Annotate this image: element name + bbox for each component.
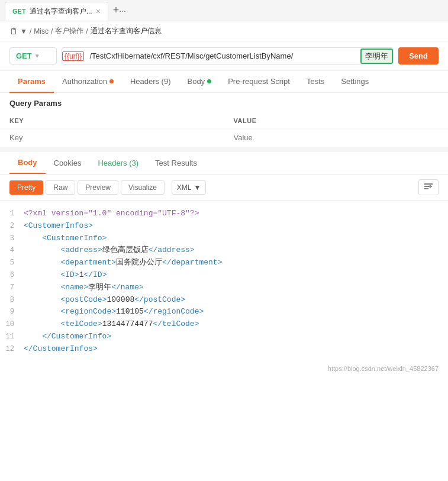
format-type-chevron-icon: ▼ <box>194 183 201 192</box>
format-type-select[interactable]: XML ▼ <box>172 180 207 195</box>
send-button[interactable]: Send <box>398 47 439 64</box>
col-key-header: KEY <box>0 114 224 128</box>
code-line: 10 <telCode>13144774477</telCode> <box>0 318 448 331</box>
line-number: 6 <box>5 270 24 281</box>
active-tab[interactable]: GET 通过名字查询客户... × <box>5 2 108 21</box>
line-content: <CustomerInfos> <box>24 220 443 233</box>
line-number: 5 <box>5 257 24 269</box>
breadcrumb-sep-2: / <box>51 27 53 35</box>
tab-settings[interactable]: Settings <box>333 71 377 92</box>
response-section: Body Cookies Headers (3) Test Results Pr… <box>0 147 448 363</box>
watermark: https://blog.csdn.net/weixin_45822367 <box>0 363 448 377</box>
code-line: 6 <ID>1</ID> <box>0 269 448 282</box>
param-key-input[interactable] <box>9 133 215 142</box>
authorization-dot <box>109 79 114 83</box>
resp-tab-body[interactable]: Body <box>9 152 46 174</box>
url-path: /TestCxfHibernate/cxf/REST/Misc/getCusto… <box>85 48 360 64</box>
format-raw-button[interactable]: Raw <box>46 180 75 195</box>
breadcrumb-arrow: ▼ <box>20 27 27 35</box>
code-line: 5 <department>国务院办公厅</department> <box>0 257 448 269</box>
wrap-icon <box>424 182 433 191</box>
line-content: <CustomerInfo> <box>24 233 443 245</box>
tab-pre-request[interactable]: Pre-request Script <box>220 71 298 92</box>
tab-params[interactable]: Params <box>9 71 54 93</box>
tab-headers[interactable]: Headers (9) <box>122 71 179 92</box>
line-content: <telCode>13144774477</telCode> <box>24 318 443 331</box>
file-icon: 🗒 <box>9 27 18 36</box>
line-content: </CustomerInfo> <box>24 331 443 343</box>
line-number: 1 <box>5 208 24 219</box>
url-highlight-segment: 李明年 <box>360 49 393 64</box>
param-row-empty <box>0 128 448 147</box>
tab-authorization[interactable]: Authorization <box>54 71 122 92</box>
params-table: KEY VALUE <box>0 114 448 147</box>
format-visualize-button[interactable]: Visualize <box>121 180 165 195</box>
code-line: 11 </CustomerInfo> <box>0 331 448 343</box>
wrap-button[interactable] <box>418 179 439 195</box>
line-number: 12 <box>5 344 24 355</box>
line-number: 11 <box>5 331 24 343</box>
breadcrumb-sep-1: / <box>30 27 31 35</box>
body-dot <box>207 79 211 83</box>
breadcrumb-current: 通过名字查询客户信息 <box>91 26 162 36</box>
line-number: 10 <box>5 319 24 330</box>
line-content: <department>国务院办公厅</department> <box>24 257 443 269</box>
format-type-label: XML <box>177 183 192 192</box>
line-number: 4 <box>5 245 24 256</box>
request-tabs: Params Authorization Headers (9) Body Pr… <box>0 71 448 93</box>
tab-bar: GET 通过名字查询客户... × + ··· <box>0 0 448 21</box>
breadcrumb-sep-3: / <box>86 27 88 35</box>
tab-body[interactable]: Body <box>179 71 220 92</box>
method-label: GET <box>16 51 32 60</box>
query-params-section: Query Params KEY VALUE <box>0 93 448 147</box>
method-select[interactable]: GET ▼ <box>9 47 57 64</box>
method-chevron-icon: ▼ <box>34 53 40 59</box>
format-preview-button[interactable]: Preview <box>78 180 118 195</box>
param-value-input[interactable] <box>234 133 439 142</box>
tab-close-icon[interactable]: × <box>96 7 101 15</box>
line-content: <?xml version="1.0" encoding="UTF-8"?> <box>24 208 443 220</box>
code-line: 3 <CustomerInfo> <box>0 233 448 245</box>
resp-tab-headers[interactable]: Headers (3) <box>89 153 147 173</box>
tab-method: GET <box>12 8 26 15</box>
format-pretty-button[interactable]: Pretty <box>9 180 43 195</box>
tab-more-button[interactable]: ··· <box>119 6 126 15</box>
url-bar: GET ▼ {{url}} /TestCxfHibernate/cxf/REST… <box>0 41 448 71</box>
line-content: <postCode>100008</postCode> <box>24 294 443 306</box>
line-number: 3 <box>5 233 24 244</box>
code-line: 1<?xml version="1.0" encoding="UTF-8"?> <box>0 208 448 220</box>
tab-title: 通过名字查询客户... <box>30 7 92 17</box>
breadcrumb-item-misc[interactable]: Misc <box>34 27 49 35</box>
line-content: <ID>1</ID> <box>24 269 443 282</box>
code-line: 4 <address>绿色高层饭店</address> <box>0 244 448 257</box>
url-input[interactable]: {{url}} /TestCxfHibernate/cxf/REST/Misc/… <box>62 47 394 64</box>
line-number: 9 <box>5 306 24 318</box>
new-tab-button[interactable]: + <box>113 4 120 17</box>
breadcrumb: 🗒 ▼ / Misc / 客户操作 / 通过名字查询客户信息 <box>0 21 448 41</box>
code-line: 2<CustomerInfos> <box>0 220 448 233</box>
line-content: <name>李明年</name> <box>24 282 443 294</box>
tab-tests[interactable]: Tests <box>298 71 333 92</box>
line-number: 2 <box>5 221 24 232</box>
code-line: 9 <regionCode>110105</regionCode> <box>0 306 448 318</box>
query-params-header: Query Params <box>0 93 448 114</box>
code-line: 7 <name>李明年</name> <box>0 282 448 294</box>
breadcrumb-item-customer[interactable]: 客户操作 <box>55 26 83 36</box>
line-number: 7 <box>5 282 24 293</box>
line-content: <address>绿色高层饭店</address> <box>24 244 443 257</box>
resp-tab-cookies[interactable]: Cookies <box>46 153 90 173</box>
url-variable-tag: {{url}} <box>62 51 84 61</box>
code-line: 8 <postCode>100008</postCode> <box>0 294 448 306</box>
col-value-header: VALUE <box>224 114 449 128</box>
format-bar: Pretty Raw Preview Visualize XML ▼ <box>0 175 448 201</box>
resp-tab-test-results[interactable]: Test Results <box>147 153 205 173</box>
line-content: </CustomerInfos> <box>24 343 443 356</box>
line-number: 8 <box>5 295 24 306</box>
response-tabs: Body Cookies Headers (3) Test Results <box>0 152 448 175</box>
code-view: 1<?xml version="1.0" encoding="UTF-8"?>2… <box>0 201 448 363</box>
code-line: 12</CustomerInfos> <box>0 343 448 356</box>
line-content: <regionCode>110105</regionCode> <box>24 306 443 318</box>
